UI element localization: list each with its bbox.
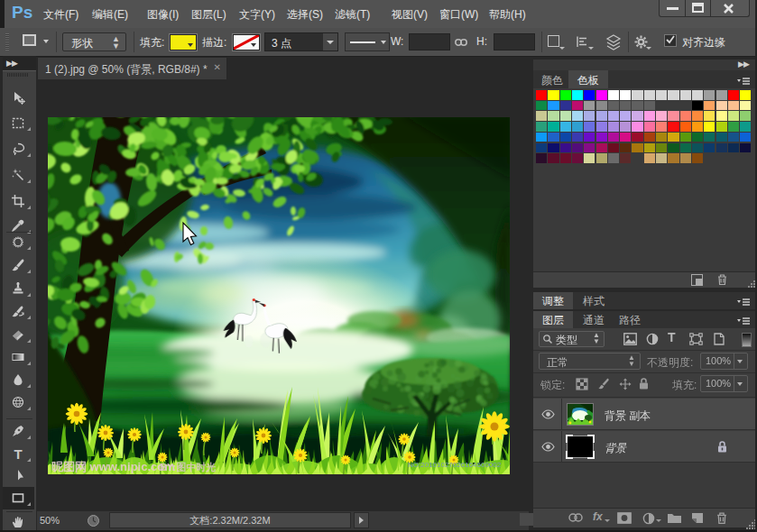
svg-text:T: T bbox=[14, 446, 22, 461]
svg-text:昵图网 www.nipic.com: 昵图网 www.nipic.com bbox=[51, 460, 175, 473]
svg-text:BY:图中时光: BY:图中时光 bbox=[160, 462, 216, 472]
svg-text:NO:20101027026164600002: NO:20101027026164600002 bbox=[408, 461, 502, 469]
